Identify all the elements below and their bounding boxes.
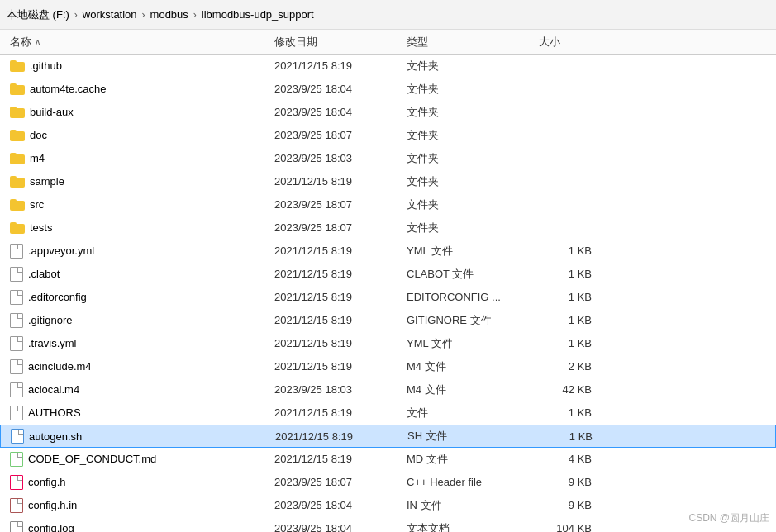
file-size-cell: 1 KB xyxy=(539,406,605,419)
file-type-cell: GITIGNORE 文件 xyxy=(407,313,539,328)
file-icon xyxy=(10,290,23,305)
file-name-label: config.h.in xyxy=(28,499,77,511)
file-size-cell: 4 KB xyxy=(539,453,605,465)
table-row[interactable]: autogen.sh2021/12/15 8:19SH 文件1 KB xyxy=(0,425,776,448)
sort-arrow: ∧ xyxy=(35,37,40,46)
table-row[interactable]: .appveyor.yml2021/12/15 8:19YML 文件1 KB xyxy=(0,240,776,263)
file-type-cell: SH 文件 xyxy=(407,429,540,444)
file-name-label: config.h xyxy=(28,476,66,488)
file-type-cell: 文本文档 xyxy=(407,521,539,533)
file-type-cell: MD 文件 xyxy=(407,452,539,467)
file-size-cell: 1 KB xyxy=(539,314,605,326)
file-date-cell: 2021/12/15 8:19 xyxy=(274,453,407,465)
file-name-cell: build-aux xyxy=(10,106,274,118)
file-date-cell: 2021/12/15 8:19 xyxy=(274,291,407,303)
file-date-cell: 2021/12/15 8:19 xyxy=(274,245,407,257)
col-header-name[interactable]: 名称 ∧ xyxy=(10,35,274,50)
table-row[interactable]: aclocal.m42023/9/25 18:03M4 文件42 KB xyxy=(0,378,776,401)
file-date-cell: 2021/12/15 8:19 xyxy=(274,268,407,280)
file-name-label: autogen.sh xyxy=(29,430,82,443)
file-date-cell: 2021/12/15 8:19 xyxy=(275,430,407,443)
table-row[interactable]: AUTHORS2021/12/15 8:19文件1 KB xyxy=(0,401,776,425)
table-row[interactable]: build-aux2023/9/25 18:04文件夹 xyxy=(0,101,776,124)
file-type-cell: IN 文件 xyxy=(407,498,539,513)
watermark: CSDN @圆月山庄 xyxy=(688,511,769,525)
file-type-cell: 文件夹 xyxy=(407,151,539,166)
folder-icon xyxy=(10,153,25,164)
file-icon xyxy=(10,336,23,351)
file-date-cell: 2023/9/25 18:03 xyxy=(274,152,407,164)
file-name-cell: autom4te.cache xyxy=(10,83,274,95)
table-row[interactable]: m42023/9/25 18:03文件夹 xyxy=(0,147,776,170)
file-name-cell: autogen.sh xyxy=(11,429,275,444)
file-date-cell: 2023/9/25 18:07 xyxy=(274,221,407,234)
file-name-label: .appveyor.yml xyxy=(28,245,94,257)
file-size-cell: 9 KB xyxy=(539,476,605,488)
breadcrumb-modbus[interactable]: modbus xyxy=(150,8,188,21)
table-row[interactable]: config.h.in2023/9/25 18:04IN 文件9 KB xyxy=(0,494,776,517)
table-row[interactable]: acinclude.m42021/12/15 8:19M4 文件2 KB xyxy=(0,355,776,378)
table-row[interactable]: .clabot2021/12/15 8:19CLABOT 文件1 KB xyxy=(0,263,776,286)
file-name-label: AUTHORS xyxy=(28,406,81,419)
file-list-header: 名称 ∧ 修改日期 类型 大小 xyxy=(0,30,776,55)
folder-icon xyxy=(10,222,25,234)
file-name-label: acinclude.m4 xyxy=(28,360,92,373)
file-date-cell: 2021/12/15 8:19 xyxy=(274,314,407,326)
md-file-icon xyxy=(10,452,23,467)
breadcrumb-local-disk[interactable]: 本地磁盘 (F:) xyxy=(7,7,69,22)
table-row[interactable]: .github2021/12/15 8:19文件夹 xyxy=(0,55,776,78)
file-name-cell: .appveyor.yml xyxy=(10,244,274,259)
breadcrumb-libmodbus[interactable]: libmodbus-udp_support xyxy=(202,8,314,21)
file-date-cell: 2023/9/25 18:04 xyxy=(274,106,407,118)
file-type-cell: 文件夹 xyxy=(407,174,539,189)
file-name-cell: tests xyxy=(10,221,274,234)
file-type-cell: 文件夹 xyxy=(407,221,539,235)
col-header-type[interactable]: 类型 xyxy=(407,35,539,50)
table-row[interactable]: sample2021/12/15 8:19文件夹 xyxy=(0,170,776,193)
table-row[interactable]: .travis.yml2021/12/15 8:19YML 文件1 KB xyxy=(0,332,776,355)
table-row[interactable]: config.h2023/9/25 18:07C++ Header file9 … xyxy=(0,471,776,494)
file-size-cell: 1 KB xyxy=(539,268,605,280)
table-row[interactable]: src2023/9/25 18:07文件夹 xyxy=(0,193,776,216)
file-name-cell: aclocal.m4 xyxy=(10,382,274,397)
file-type-cell: 文件 xyxy=(407,406,539,420)
file-name-cell: config.h.in xyxy=(10,498,274,513)
sh-file-icon xyxy=(11,429,24,444)
file-icon xyxy=(10,267,23,282)
file-name-cell: .editorconfig xyxy=(10,290,274,305)
file-type-cell: 文件夹 xyxy=(407,128,539,143)
file-name-cell: doc xyxy=(10,129,274,141)
file-date-cell: 2023/9/25 18:07 xyxy=(274,198,407,211)
col-header-size[interactable]: 大小 xyxy=(539,35,605,50)
file-name-cell: .github xyxy=(10,59,274,72)
file-type-cell: EDITORCONFIG ... xyxy=(407,291,539,303)
table-row[interactable]: .editorconfig2021/12/15 8:19EDITORCONFIG… xyxy=(0,286,776,309)
file-date-cell: 2023/9/25 18:04 xyxy=(274,83,407,95)
file-name-label: src xyxy=(30,198,44,211)
file-name-label: tests xyxy=(30,221,52,234)
table-row[interactable]: config.log2023/9/25 18:04文本文档104 KB xyxy=(0,517,776,532)
table-row[interactable]: autom4te.cache2023/9/25 18:04文件夹 xyxy=(0,78,776,101)
folder-icon xyxy=(10,176,25,188)
file-date-cell: 2021/12/15 8:19 xyxy=(274,59,407,72)
file-name-cell: .travis.yml xyxy=(10,336,274,351)
table-row[interactable]: doc2023/9/25 18:07文件夹 xyxy=(0,124,776,147)
folder-icon xyxy=(10,107,25,118)
file-name-cell: src xyxy=(10,198,274,211)
file-type-cell: M4 文件 xyxy=(407,359,539,374)
file-list: .github2021/12/15 8:19文件夹autom4te.cache2… xyxy=(0,55,776,532)
col-header-date[interactable]: 修改日期 xyxy=(274,35,407,50)
file-name-label: autom4te.cache xyxy=(30,83,107,95)
file-type-cell: 文件夹 xyxy=(407,59,539,74)
file-size-cell: 2 KB xyxy=(539,360,605,373)
file-type-cell: C++ Header file xyxy=(407,476,539,488)
file-name-cell: acinclude.m4 xyxy=(10,359,274,374)
file-date-cell: 2023/9/25 18:04 xyxy=(274,499,407,511)
file-name-label: m4 xyxy=(30,152,45,164)
table-row[interactable]: .gitignore2021/12/15 8:19GITIGNORE 文件1 K… xyxy=(0,309,776,332)
breadcrumb-workstation[interactable]: workstation xyxy=(83,8,137,21)
table-row[interactable]: tests2023/9/25 18:07文件夹 xyxy=(0,216,776,240)
table-row[interactable]: CODE_OF_CONDUCT.md2021/12/15 8:19MD 文件4 … xyxy=(0,448,776,471)
file-name-label: aclocal.m4 xyxy=(28,383,79,396)
file-icon xyxy=(10,313,23,328)
